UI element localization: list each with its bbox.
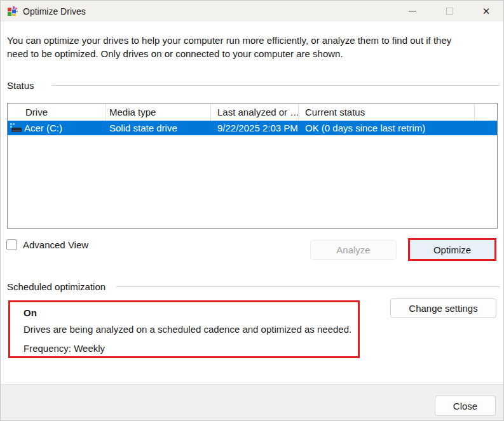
- dialog-footer: Close: [1, 384, 504, 421]
- status-group-label: Status: [7, 80, 34, 91]
- scheduled-state: On: [24, 307, 37, 318]
- optimize-button[interactable]: Optimize: [410, 240, 494, 259]
- scheduled-optimization-group-divider: [116, 286, 500, 287]
- defrag-app-icon: [7, 6, 18, 17]
- advanced-view-label: Advanced View: [23, 239, 88, 250]
- close-dialog-button[interactable]: Close: [435, 396, 496, 416]
- column-header-filler: [475, 104, 497, 121]
- media-type-cell: Solid state drive: [106, 123, 211, 133]
- close-button-icon[interactable]: ✕: [468, 1, 504, 22]
- scheduled-optimization-group-label: Scheduled optimization: [7, 281, 106, 292]
- scheduled-detail: Drives are being analyzed on a scheduled…: [24, 324, 351, 335]
- status-group-divider: [51, 85, 500, 86]
- column-header-drive[interactable]: Drive: [8, 104, 106, 121]
- window-title: Optimize Drives: [23, 6, 86, 17]
- maximize-button-icon: [431, 1, 468, 22]
- optimize-drives-window: Optimize Drives ✕ You can optimize your …: [0, 0, 504, 421]
- optimize-annotation-box: Optimize: [408, 238, 496, 261]
- advanced-view-row: Advanced View: [6, 239, 88, 250]
- minimize-button-icon[interactable]: [394, 1, 431, 22]
- current-status-cell: OK (0 days since last retrim): [299, 123, 475, 133]
- scheduled-optimization-annotation-box: On Drives are being analyzed on a schedu…: [8, 300, 360, 358]
- column-header-current-status[interactable]: Current status: [299, 104, 475, 121]
- drive-list: Drive Media type Last analyzed or … Curr…: [7, 103, 498, 229]
- title-bar: Optimize Drives ✕: [1, 1, 504, 22]
- intro-description: You can optimize your drives to help you…: [7, 34, 468, 60]
- drive-cell: Acer (C:): [8, 123, 106, 133]
- drive-list-header: Drive Media type Last analyzed or … Curr…: [8, 104, 497, 121]
- advanced-view-checkbox[interactable]: [6, 239, 17, 250]
- drive-name: Acer (C:): [24, 123, 62, 133]
- analyze-button[interactable]: Analyze: [310, 240, 397, 260]
- column-header-media-type[interactable]: Media type: [106, 104, 211, 121]
- caption-buttons: ✕: [394, 1, 504, 22]
- column-header-last-analyzed[interactable]: Last analyzed or …: [211, 104, 299, 121]
- last-analyzed-cell: 9/22/2025 2:03 PM: [211, 123, 299, 133]
- change-settings-button[interactable]: Change settings: [390, 298, 496, 318]
- scheduled-frequency: Frequency: Weekly: [24, 343, 105, 354]
- table-row-drive-c[interactable]: Acer (C:) Solid state drive 9/22/2025 2:…: [8, 121, 497, 135]
- hard-drive-icon: [10, 123, 22, 133]
